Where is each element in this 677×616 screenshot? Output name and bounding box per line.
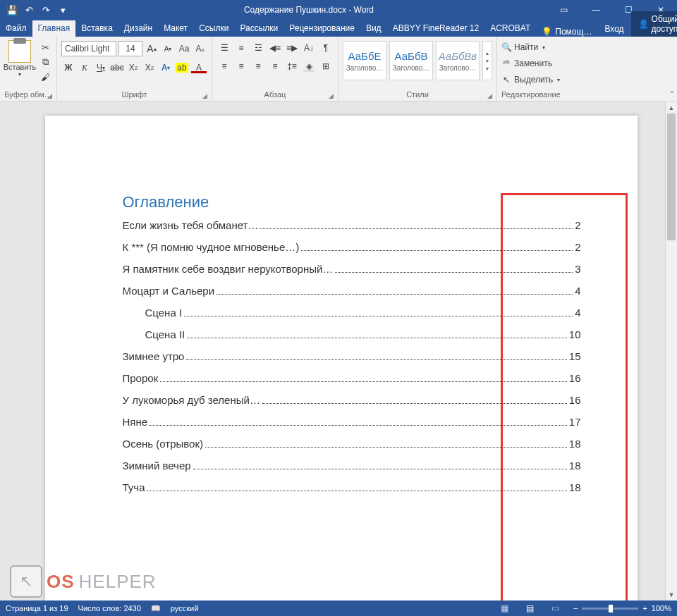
show-marks-button[interactable]: ¶ [318, 41, 334, 55]
change-case-button[interactable]: Aa [177, 42, 191, 56]
toc-entry[interactable]: У лукоморья дуб зеленый…16 [123, 395, 581, 406]
tab-layout[interactable]: Макет [158, 20, 193, 37]
toc-entry[interactable]: Осень (отрывок)18 [123, 438, 581, 450]
toc-entry[interactable]: Зимнее утро15 [123, 351, 581, 362]
tab-mailings[interactable]: Рассылки [234, 20, 283, 37]
page[interactable]: Оглавление Если жизнь тебя обманет…2К **… [45, 116, 638, 600]
toc-entry[interactable]: Няне17 [123, 417, 581, 428]
toc-entry[interactable]: Если жизнь тебя обманет…2 [123, 220, 581, 231]
shrink-font-button[interactable]: A▾ [161, 42, 175, 56]
superscript-button[interactable]: X2 [142, 61, 157, 75]
tab-file[interactable]: Файл [0, 20, 32, 37]
vertical-ruler[interactable] [0, 101, 17, 600]
vertical-scrollbar[interactable]: ▲ ▼ [665, 101, 677, 600]
toc-entry[interactable]: Пророк16 [123, 373, 581, 384]
multilevel-button[interactable]: ☲ [250, 41, 266, 55]
tab-insert[interactable]: Вставка [75, 20, 118, 37]
bold-button[interactable]: Ж [61, 61, 75, 75]
bullets-button[interactable]: ☰ [216, 41, 232, 55]
italic-button[interactable]: К [78, 61, 92, 75]
sign-in-button[interactable]: Вход [597, 21, 630, 37]
tab-references[interactable]: Ссылки [193, 20, 234, 37]
toc-entry[interactable]: Сцена I4 [123, 307, 581, 319]
toc-entry[interactable]: Зимний вечер18 [123, 460, 581, 472]
font-size-combo[interactable]: 14 [118, 41, 142, 56]
align-center-button[interactable]: ≡ [233, 59, 249, 73]
customize-qat-button[interactable]: ▾ [55, 2, 71, 18]
ribbon-options-button[interactable]: ▭ [547, 0, 580, 20]
strikethrough-button[interactable]: abc [110, 61, 124, 75]
style-heading1[interactable]: АаБбЕЗаголово… [343, 41, 386, 80]
scroll-up-button[interactable]: ▲ [666, 101, 677, 113]
undo-button[interactable]: ↶ [21, 2, 37, 18]
align-right-button[interactable]: ≡ [250, 59, 266, 73]
text-effects-button[interactable]: A▾ [159, 61, 173, 75]
tab-review[interactable]: Рецензирование [283, 20, 360, 37]
sort-button[interactable]: A↓ [301, 41, 317, 55]
zoom-out-button[interactable]: − [573, 604, 578, 612]
tab-view[interactable]: Вид [360, 20, 387, 37]
format-painter-button[interactable]: 🖌 [38, 70, 52, 83]
spellcheck-icon[interactable]: 📖 [151, 604, 161, 613]
group-label-font: Шрифт [121, 90, 147, 99]
scroll-down-button[interactable]: ▼ [666, 589, 677, 600]
word-count[interactable]: Число слов: 2430 [78, 604, 141, 612]
scroll-thumb[interactable] [667, 113, 676, 240]
align-left-button[interactable]: ≡ [216, 59, 232, 73]
decrease-indent-button[interactable]: ◀≡ [267, 41, 283, 55]
cut-button[interactable]: ✂ [38, 41, 52, 54]
zoom-in-button[interactable]: + [642, 604, 647, 612]
select-button[interactable]: ↖Выделить▾ [501, 73, 560, 87]
shading-button[interactable]: ◈ [301, 59, 317, 73]
font-color-button[interactable]: A [191, 61, 207, 75]
tab-acrobat[interactable]: ACROBAT [484, 20, 536, 37]
line-spacing-button[interactable]: ‡≡ [284, 59, 300, 73]
toc-title[interactable]: Оглавление [123, 193, 581, 211]
toc-entry[interactable]: Сцена II10 [123, 329, 581, 340]
zoom-level[interactable]: 100% [652, 604, 671, 612]
increase-indent-button[interactable]: ≡▶ [284, 41, 300, 55]
page-indicator[interactable]: Страница 1 из 19 [6, 604, 68, 612]
save-button[interactable]: 💾 [4, 2, 20, 18]
document-area[interactable]: Оглавление Если жизнь тебя обманет…2К **… [17, 101, 665, 600]
redo-button[interactable]: ↷ [38, 2, 54, 18]
grow-font-button[interactable]: A▴ [145, 42, 159, 56]
toc-entry[interactable]: Моцарт и Сальери4 [123, 285, 581, 297]
tab-home[interactable]: Главная [32, 20, 76, 37]
paste-button[interactable]: Вставить▾ [4, 38, 35, 78]
subscript-button[interactable]: X2 [126, 61, 140, 75]
borders-button[interactable]: ⊞ [318, 59, 334, 73]
tab-abbyy[interactable]: ABBYY FineReader 12 [387, 20, 485, 37]
toc-entry[interactable]: Туча18 [123, 482, 581, 493]
toc-entry[interactable]: К *** (Я помню чудное мгновенье…)2 [123, 242, 581, 253]
underline-button[interactable]: Ч▾ [94, 61, 108, 75]
font-launcher[interactable]: ◢ [202, 92, 207, 99]
clear-formatting-button[interactable]: Aₓ [193, 42, 207, 56]
style-heading3[interactable]: АаБбВвЗаголово… [436, 41, 480, 80]
style-heading2[interactable]: АаБбВЗаголово… [389, 41, 433, 80]
copy-button[interactable]: ⧉ [38, 56, 52, 68]
find-button[interactable]: 🔍Найти▾ [501, 40, 545, 54]
clipboard-launcher[interactable]: ◢ [47, 92, 52, 99]
paragraph-launcher[interactable]: ◢ [329, 92, 334, 99]
web-layout-button[interactable]: ▭ [548, 602, 563, 615]
replace-button[interactable]: ᵃᵇЗаменить [501, 56, 552, 70]
scroll-track[interactable] [666, 113, 677, 589]
zoom-slider[interactable] [582, 608, 638, 610]
styles-more-button[interactable]: ▴▾▾ [482, 41, 492, 80]
language-indicator[interactable]: русский [171, 604, 198, 612]
share-button[interactable]: 👤Общий доступ [631, 11, 677, 37]
collapse-ribbon-button[interactable]: ˄ [670, 90, 674, 99]
toc-entry[interactable]: Я памятник себе воздвиг нерукотворный…3 [123, 264, 581, 275]
zoom-handle[interactable] [609, 605, 613, 612]
numbering-button[interactable]: ≡ [233, 41, 249, 55]
highlight-button[interactable]: ab [175, 61, 189, 75]
minimize-button[interactable]: — [580, 0, 612, 20]
tab-design[interactable]: Дизайн [118, 20, 158, 37]
styles-launcher[interactable]: ◢ [487, 92, 492, 99]
tell-me[interactable]: 💡Помощ… [536, 27, 597, 37]
print-layout-button[interactable]: ▤ [523, 602, 538, 615]
read-mode-button[interactable]: ▦ [497, 602, 513, 615]
font-name-combo[interactable]: Calibri Light [61, 41, 116, 56]
justify-button[interactable]: ≡ [267, 59, 283, 73]
